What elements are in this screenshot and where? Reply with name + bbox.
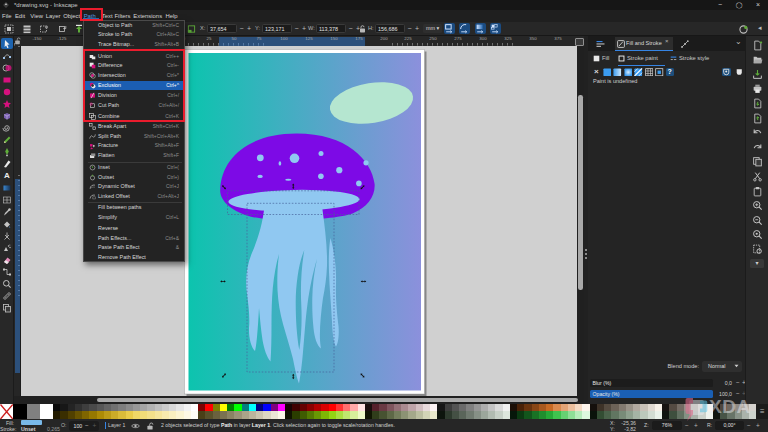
palette-swatch[interactable] [561,404,568,412]
h-decrement-button[interactable]: − [406,22,413,35]
tool-gradient[interactable] [1,182,13,193]
palette-swatch[interactable] [343,411,350,419]
tool-selector[interactable] [1,38,13,49]
palette-swatch[interactable] [582,411,589,419]
palette-swatch[interactable] [133,404,140,412]
menu-item-inset[interactable]: InsetCtrl+( [84,163,184,172]
tool-star[interactable] [1,98,13,109]
palette-swatch[interactable] [300,404,307,412]
palette-swatch[interactable] [336,404,343,412]
palette-swatch[interactable] [452,404,459,412]
palette-swatch[interactable] [227,404,234,412]
palette-swatch[interactable] [633,411,640,419]
menu-item-split-path[interactable]: Split PathShift+Ctrl+Alt+K [84,132,184,141]
palette-swatch[interactable] [408,404,415,412]
tool-zoom[interactable] [1,278,13,289]
open-document-icon[interactable] [752,54,763,65]
palette-swatch[interactable] [249,411,256,419]
palette-swatch[interactable] [539,411,546,419]
palette-swatch[interactable] [126,411,133,419]
radial-gradient-button[interactable] [624,68,633,77]
current-layer-selector[interactable]: Layer 1 [108,419,125,432]
palette-swatch[interactable] [503,411,510,419]
zoom-in-icon[interactable] [752,200,763,211]
menu-view[interactable]: View [30,10,43,22]
palette-swatch[interactable] [546,404,553,412]
menu-edit[interactable]: Edit [15,10,25,22]
palette-swatch[interactable] [539,404,546,412]
palette-swatch[interactable] [213,411,220,419]
palette-swatch[interactable] [227,411,234,419]
select-layers-icon[interactable] [22,24,32,34]
palette-swatch[interactable] [495,411,502,419]
palette-swatch[interactable] [372,404,379,412]
palette-swatch[interactable] [133,411,140,419]
palette-swatch[interactable] [466,404,473,412]
palette-swatch[interactable] [488,411,495,419]
minimize-button[interactable]: − [713,0,727,10]
y-coordinate-field[interactable]: 123,171 [262,24,292,33]
blend-mode-dropdown[interactable]: Normal [702,361,742,372]
palette-swatch[interactable] [532,411,539,419]
palette-swatch[interactable] [365,411,372,419]
palette-swatch[interactable] [53,411,60,419]
palette-swatch[interactable] [205,404,212,412]
undo-icon[interactable] [752,127,763,138]
palette-swatch[interactable] [503,404,510,412]
palette-swatch[interactable] [655,404,662,412]
menu-item-trace-bitmap[interactable]: Trace Bitmap...Shift+Alt+B [84,40,184,49]
palette-swatch[interactable] [365,404,372,412]
palette-swatch[interactable] [568,404,575,412]
flat-color-button[interactable] [603,68,612,77]
palette-swatch[interactable] [619,411,626,419]
palette-swatch[interactable] [321,411,328,419]
palette-swatch[interactable] [655,411,662,419]
palette-swatch[interactable] [256,404,263,412]
horizontal-scrollbar-thumb[interactable] [97,398,578,403]
palette-swatch-gray[interactable] [27,404,40,420]
palette-swatch[interactable] [184,411,191,419]
tool-ellipse[interactable] [1,86,13,97]
palette-swatch[interactable] [379,404,386,412]
palette-swatch[interactable] [459,411,466,419]
palette-swatch[interactable] [118,411,125,419]
palette-swatch[interactable] [430,411,437,419]
palette-swatch[interactable] [89,411,96,419]
menu-file[interactable]: File [2,10,12,22]
stroke-value[interactable]: Unset [21,426,35,432]
palette-swatch[interactable] [263,404,270,412]
palette-swatch[interactable] [488,404,495,412]
zoom-drawing-icon[interactable] [752,229,763,240]
palette-swatch[interactable] [350,404,357,412]
palette-swatch[interactable] [358,404,365,412]
linear-gradient-button[interactable] [613,68,622,77]
menu-item-path-effects[interactable]: Path Effects...Ctrl+& [84,234,184,243]
palette-swatch[interactable] [213,404,220,412]
palette-swatch[interactable] [89,404,96,412]
palette-swatch[interactable] [97,404,104,412]
palette-swatch[interactable] [604,411,611,419]
palette-swatch[interactable] [169,404,176,412]
menu-item-dynamic-offset[interactable]: Dynamic OffsetCtrl+J [84,182,184,191]
palette-swatch[interactable] [401,411,408,419]
rotate-ccw-icon[interactable] [57,24,67,34]
collapse-snap-bar-button[interactable]: ◂ [758,24,762,32]
palette-swatch[interactable] [321,404,328,412]
opacity-decrement[interactable]: − [85,419,89,432]
palette-swatch[interactable] [329,404,336,412]
tool-box3d[interactable] [1,110,13,121]
deselect-icon[interactable] [39,24,49,34]
palette-swatch[interactable] [82,411,89,419]
y-decrement-button[interactable]: − [293,22,300,35]
palette-swatch[interactable] [256,411,263,419]
palette-swatch[interactable] [162,404,169,412]
palette-swatch[interactable] [416,404,423,412]
palette-swatch[interactable] [394,411,401,419]
tool-calligraphy[interactable] [1,158,13,169]
palette-swatch[interactable] [597,404,604,412]
palette-swatch[interactable] [350,411,357,419]
palette-swatch[interactable] [524,404,531,412]
palette-swatch[interactable] [111,411,118,419]
x-coordinate-field[interactable]: 37,654 [207,24,237,33]
new-document-icon[interactable] [752,40,763,51]
